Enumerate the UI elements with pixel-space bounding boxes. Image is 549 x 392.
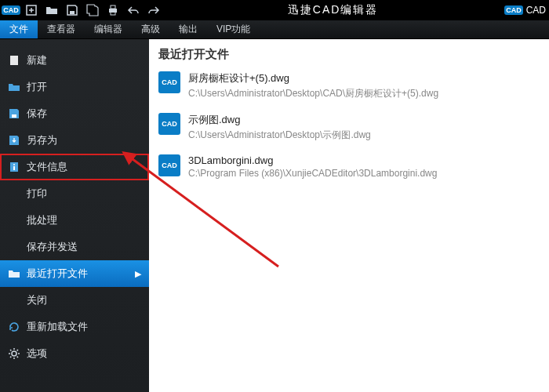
app-logo-icon: CAD [3, 2, 19, 18]
sidebar-item-fileinfo[interactable]: 文件信息 [0, 154, 149, 180]
sidebar-item-label: 新建 [27, 53, 47, 67]
gear-icon [8, 347, 20, 360]
sidebar-item-label: 保存并发送 [27, 240, 78, 254]
file-path: C:\Users\Administrator\Desktop\CAD\厨房橱柜设… [188, 87, 438, 100]
redo-icon[interactable] [146, 2, 162, 18]
content: 新建 打开 保存 另存为 文件信息 打印 批处理 保存并发送 最近打开文件 [0, 39, 549, 392]
sidebar-item-recent[interactable]: 最近打开文件 ▶ [0, 260, 149, 287]
file-name: 3DLamborgini.dwg [188, 154, 437, 166]
titlebar: CAD 迅捷CAD编辑器 CAD CAD [0, 0, 549, 20]
new-file-icon [8, 54, 20, 67]
sidebar-item-label: 文件信息 [27, 160, 67, 174]
sidebar-item-label: 批处理 [27, 213, 57, 227]
folder-open-icon[interactable] [44, 2, 60, 18]
sidebar-item-close[interactable]: 关闭 [0, 287, 149, 314]
cad-file-icon: CAD [158, 154, 180, 176]
tab-vip[interactable]: VIP功能 [207, 20, 260, 38]
reload-icon [8, 321, 20, 333]
save-all-icon[interactable] [85, 2, 100, 18]
tab-output[interactable]: 输出 [169, 20, 207, 38]
sidebar-item-label: 另存为 [27, 133, 57, 147]
tab-file[interactable]: 文件 [0, 20, 38, 38]
undo-icon[interactable] [125, 2, 141, 18]
panel-heading: 最近打开文件 [158, 47, 540, 62]
file-text: 厨房橱柜设计+(5).dwg C:\Users\Administrator\De… [188, 71, 438, 100]
cad-file-icon: CAD [158, 113, 180, 135]
chevron-right-icon: ▶ [135, 269, 141, 279]
info-icon [8, 161, 20, 173]
sidebar-item-label: 打开 [27, 80, 47, 94]
svg-rect-3 [111, 5, 115, 9]
menubar: 文件 查看器 编辑器 高级 输出 VIP功能 [0, 20, 549, 39]
svg-rect-1 [70, 11, 75, 14]
svg-point-8 [13, 164, 15, 165]
tab-viewer[interactable]: 查看器 [38, 20, 85, 38]
quick-tools: CAD [0, 2, 162, 18]
sidebar-item-label: 最近打开文件 [27, 267, 88, 281]
svg-rect-6 [12, 114, 16, 118]
sidebar: 新建 打开 保存 另存为 文件信息 打印 批处理 保存并发送 最近打开文件 [0, 39, 149, 392]
sidebar-item-label: 保存 [27, 107, 47, 121]
sidebar-item-savesend[interactable]: 保存并发送 [0, 234, 149, 260]
sidebar-item-label: 选项 [27, 347, 47, 361]
titlebar-right: CAD CAD [504, 5, 549, 16]
sidebar-item-options[interactable]: 选项 [0, 340, 149, 367]
sidebar-item-batch[interactable]: 批处理 [0, 207, 149, 234]
recent-file-item[interactable]: CAD 3DLamborgini.dwg C:\Program Files (x… [158, 154, 540, 179]
svg-rect-9 [13, 166, 15, 170]
sidebar-item-save[interactable]: 保存 [0, 100, 149, 127]
sidebar-item-label: 重新加载文件 [27, 320, 88, 334]
print-icon[interactable] [105, 2, 121, 18]
cad-file-icon: CAD [158, 71, 180, 93]
folder-icon [8, 81, 20, 93]
recent-file-item[interactable]: CAD 示例图.dwg C:\Users\Administrator\Deskt… [158, 113, 540, 142]
tab-advanced[interactable]: 高级 [132, 20, 169, 38]
history-icon [8, 267, 20, 280]
tab-editor[interactable]: 编辑器 [85, 20, 132, 38]
file-name: 厨房橱柜设计+(5).dwg [188, 71, 438, 85]
file-name: 示例图.dwg [188, 113, 371, 127]
new-window-icon[interactable] [24, 2, 39, 18]
file-path: C:\Users\Administrator\Desktop\示例图.dwg [188, 129, 371, 142]
recent-file-item[interactable]: CAD 厨房橱柜设计+(5).dwg C:\Users\Administrato… [158, 71, 540, 100]
save-icon[interactable] [64, 2, 80, 18]
file-path: C:\Program Files (x86)\XunjieCADEditor\3… [188, 168, 437, 179]
sidebar-item-open[interactable]: 打开 [0, 74, 149, 100]
sidebar-item-reload[interactable]: 重新加载文件 [0, 314, 149, 340]
brand-badge-icon: CAD [504, 5, 523, 15]
sidebar-item-print[interactable]: 打印 [0, 180, 149, 207]
sidebar-item-label: 打印 [27, 187, 47, 201]
main-panel: 最近打开文件 CAD 厨房橱柜设计+(5).dwg C:\Users\Admin… [149, 39, 549, 392]
sidebar-item-label: 关闭 [27, 293, 47, 307]
disk-arrow-icon [8, 134, 20, 147]
file-text: 示例图.dwg C:\Users\Administrator\Desktop\示… [188, 113, 371, 142]
right-label: CAD [526, 5, 546, 16]
file-text: 3DLamborgini.dwg C:\Program Files (x86)\… [188, 154, 437, 179]
disk-icon [8, 107, 20, 120]
app-title: 迅捷CAD编辑器 [162, 3, 504, 17]
svg-point-10 [12, 351, 16, 356]
sidebar-item-new[interactable]: 新建 [0, 47, 149, 74]
svg-rect-5 [10, 56, 18, 65]
sidebar-item-saveas[interactable]: 另存为 [0, 127, 149, 154]
